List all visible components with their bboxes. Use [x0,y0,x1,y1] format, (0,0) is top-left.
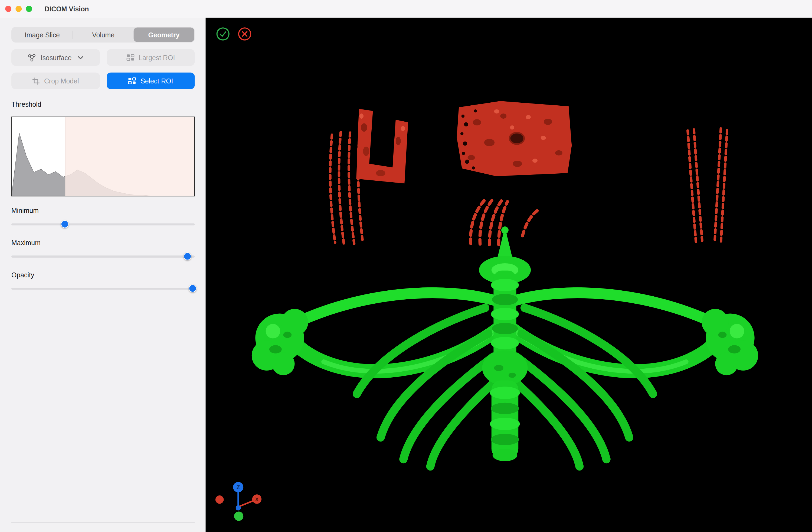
minimum-label: Minimum [11,207,194,214]
opacity-slider[interactable] [11,284,194,293]
largest-roi-label: Largest ROI [139,54,175,61]
crop-icon [32,77,40,85]
viewport-toolbar [216,27,252,41]
bone-green-structures [252,226,758,466]
view-mode-tabs: Image Slice Volume Geometry [11,27,194,42]
threshold-histogram[interactable] [11,116,194,196]
axis-origin-dot [236,505,241,510]
confirm-roi-button[interactable] [216,27,230,41]
crop-model-button[interactable]: Crop Model [11,73,100,89]
minimize-window-button[interactable] [15,6,21,12]
opacity-slider-thumb[interactable] [189,284,197,292]
roi-red-structures [330,101,727,244]
crop-model-label: Crop Model [44,77,79,85]
opacity-label: Opacity [11,271,194,279]
app-window: DICOM Vision Image Slice Volume Geometry [0,0,812,532]
maximum-slider[interactable] [11,252,194,261]
close-window-button[interactable] [5,6,11,12]
roi-large-block [457,101,572,176]
select-roi-button[interactable]: Select ROI [106,73,194,89]
isosurface-label: Isosurface [41,54,72,61]
maximum-slider-track[interactable] [11,255,194,257]
threshold-selection[interactable] [65,117,194,196]
axis-y-ball[interactable] [234,512,243,521]
roi-staple-block [356,109,408,184]
minimum-slider-track[interactable] [11,223,194,226]
maximum-label: Maximum [11,239,194,247]
tab-image-slice[interactable]: Image Slice [12,27,73,42]
axis-x-label: X [255,496,259,502]
isosurface-icon [28,53,37,62]
zoom-window-button[interactable] [26,6,32,12]
tab-geometry[interactable]: Geometry [134,27,194,42]
minimum-slider[interactable] [11,220,194,229]
traffic-lights [5,6,32,12]
tab-volume[interactable]: Volume [73,27,134,42]
opacity-slider-track[interactable] [11,288,194,290]
select-roi-label: Select ROI [141,77,173,85]
axis-neg-x-ball[interactable] [215,495,224,504]
chevron-down-icon [78,56,83,59]
roi-grid-icon [128,77,136,85]
roi-grid-icon [126,54,134,61]
sidebar: Image Slice Volume Geometry Isosurface [0,18,206,532]
cancel-roi-button[interactable] [238,27,252,41]
volume-render-3d [206,18,812,532]
check-circle-icon [216,27,230,41]
isosurface-dropdown[interactable]: Isosurface [11,49,100,66]
orientation-gizmo[interactable]: Z X [206,475,278,532]
x-circle-icon [238,27,252,41]
maximum-slider-thumb[interactable] [184,252,191,260]
axis-z-label: Z [236,484,240,490]
titlebar: DICOM Vision [0,0,812,18]
window-title: DICOM Vision [45,5,89,13]
minimum-slider-thumb[interactable] [61,220,69,228]
sidebar-bottom-divider [11,522,194,523]
largest-roi-button[interactable]: Largest ROI [106,49,194,66]
threshold-label: Threshold [11,100,194,108]
render-viewport[interactable]: Z X [206,18,812,532]
